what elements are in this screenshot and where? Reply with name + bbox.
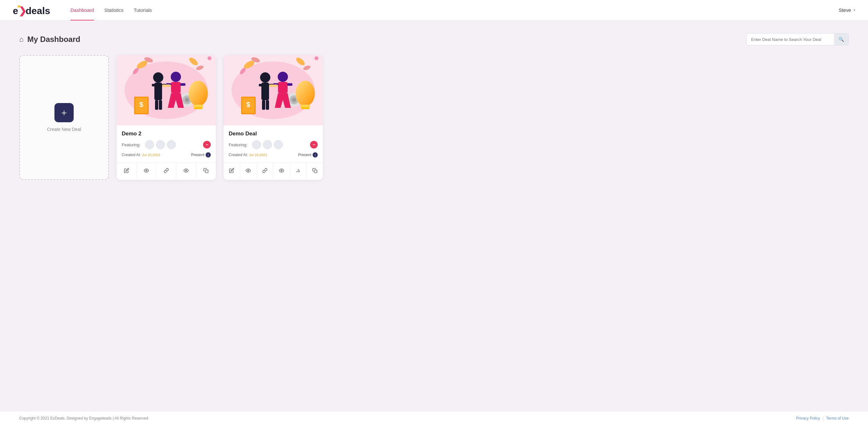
svg-point-11 [208,56,211,60]
view-button-demo2[interactable] [136,163,156,178]
search-input[interactable] [747,34,834,45]
avatar-2 [156,140,165,149]
svg-rect-59 [278,82,288,93]
svg-text:deals: deals [26,5,50,16]
svg-rect-61 [287,83,292,86]
page-title-area: ⌂ My Dashboard [19,35,81,44]
remove-button-demodeal[interactable]: − [310,141,318,149]
created-date-demo2: Jul 10,2021 [142,153,160,157]
svg-rect-26 [159,100,162,110]
avatar-4 [252,140,261,149]
terms-of-use-link[interactable]: Terms of Use [826,416,849,421]
svg-rect-31 [162,85,171,87]
remove-button-demo2[interactable]: − [203,141,211,149]
card-actions-demo2 [117,163,216,178]
view-button-demodeal[interactable] [240,163,257,178]
link-button-demodeal[interactable] [257,163,274,178]
user-menu[interactable]: Steve ▾ [839,7,855,13]
nav-dashboard[interactable]: Dashboard [65,0,99,21]
svg-text:$: $ [246,100,250,108]
svg-point-27 [171,72,181,82]
privacy-policy-link[interactable]: Privacy Policy [796,416,820,421]
create-deal-card[interactable]: ＋ Create New Deal [19,55,109,180]
chart-button-demodeal[interactable] [290,163,307,178]
svg-rect-56 [262,100,265,110]
svg-rect-54 [259,84,265,87]
footer-links: Privacy Policy | Terms of Use [796,416,849,421]
info-icon-demodeal[interactable]: i [313,152,318,158]
deal-card-body-demo2: Demo 2 Featuring: − Created At: [117,126,216,163]
search-icon: 🔍 [839,37,844,42]
created-row-demodeal: Created At: Jul 10,2021 Present i [229,152,318,158]
svg-point-49 [296,80,315,106]
present-badge-demodeal: Present i [298,152,318,158]
deal-name-demodeal: Demo Deal [229,131,318,137]
copy-button-demo2[interactable] [196,163,216,178]
preview-button-demo2[interactable] [177,163,196,178]
svg-rect-25 [155,100,158,110]
edit-button-demo2[interactable] [117,163,136,178]
featuring-row-demodeal: Featuring: − [229,140,318,149]
edit-button-demodeal[interactable] [223,163,240,178]
svg-point-42 [314,56,318,60]
svg-rect-68 [314,170,317,173]
link-button-demo2[interactable] [156,163,176,178]
featuring-row-demo2: Featuring: − [122,140,211,149]
svg-point-64 [281,170,282,171]
deal-card-body-demodeal: Demo Deal Featuring: − Created At: [223,126,323,163]
svg-point-52 [260,72,270,83]
created-label-demodeal: Created At: [229,153,248,157]
avatar-5 [263,140,272,149]
deal-name-demo2: Demo 2 [122,131,211,137]
svg-point-17 [185,98,189,102]
main-content: ⌂ My Dashboard 🔍 ＋ Create New Deal [0,21,868,411]
featuring-avatars-demo2 [145,140,176,149]
svg-text:e: e [13,5,18,16]
footer-divider: | [823,416,824,421]
svg-rect-62 [269,85,278,87]
page-title: My Dashboard [27,35,80,44]
svg-point-63 [248,170,249,171]
svg-rect-23 [152,84,158,87]
deal-card-demo2: $ [117,55,216,180]
svg-point-48 [292,98,296,102]
footer: Copyright © 2021 EzDeals. Designed by En… [0,411,868,425]
avatar-1 [145,140,154,149]
avatar-3 [167,140,176,149]
create-deal-label: Create New Deal [47,127,81,132]
created-label-demo2: Created At: [122,153,141,157]
search-button[interactable]: 🔍 [834,34,848,45]
featuring-label-demo2: Featuring: [122,142,141,147]
svg-rect-51 [301,107,309,109]
svg-point-18 [189,80,208,106]
svg-point-3 [18,5,20,8]
svg-rect-57 [266,100,269,110]
page-header: ⌂ My Dashboard 🔍 [19,33,849,45]
created-date-demodeal: Jul 10,2021 [249,153,267,157]
deal-card-image-demo2: $ [117,55,216,126]
info-icon-demo2[interactable]: i [206,152,211,158]
svg-rect-30 [180,83,185,86]
svg-rect-20 [194,107,203,109]
featuring-label-demodeal: Featuring: [229,142,248,147]
preview-button-demodeal[interactable] [273,163,290,178]
copy-button-demodeal[interactable] [307,163,323,178]
nav-statistics[interactable]: Statistics [99,0,128,21]
svg-point-33 [185,170,187,171]
logo[interactable]: e ❯ deals [13,3,51,17]
svg-point-32 [146,170,147,171]
featuring-avatars-demodeal [252,140,283,149]
svg-rect-28 [171,82,181,93]
avatar-6 [274,140,283,149]
main-nav: Dashboard Statistics Tutorials [65,0,157,21]
user-name: Steve [839,7,851,13]
header: e ❯ deals Dashboard Statistics Tutorials… [0,0,868,21]
create-deal-icon: ＋ [55,103,74,122]
search-bar: 🔍 [746,33,849,45]
nav-tutorials[interactable]: Tutorials [128,0,157,21]
present-badge-demo2: Present i [191,152,211,158]
cards-grid: ＋ Create New Deal [19,55,849,180]
home-icon: ⌂ [19,35,23,43]
footer-copyright: Copyright © 2021 EzDeals. Designed by En… [19,416,148,421]
svg-rect-34 [205,170,208,173]
